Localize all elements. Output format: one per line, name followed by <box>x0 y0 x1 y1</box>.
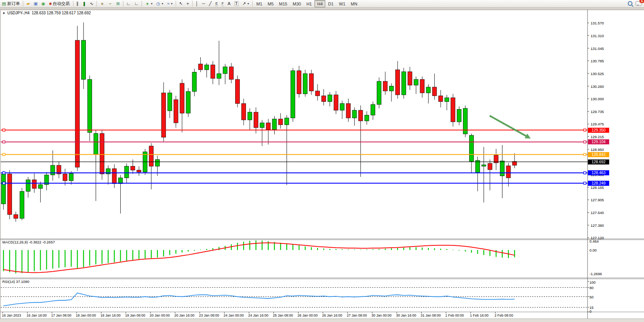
autotrade-button[interactable]: ■ 自动交易 <box>47 0 72 7</box>
status-bar <box>0 319 644 322</box>
template-icon: ≈ <box>167 2 169 6</box>
chart-title: ▼USDJPY-,H4 128.633 128.759 128.617 128.… <box>2 11 91 15</box>
timeframe-button-h1[interactable]: H1 <box>304 0 314 7</box>
zoom-out-icon: － <box>108 2 112 6</box>
timeframe-button-d1[interactable]: D1 <box>325 0 336 7</box>
trendline-icon: ╱ <box>209 2 212 6</box>
cursor-icon: ↖ <box>179 2 183 6</box>
toolbar-separator <box>176 1 176 7</box>
crosshair-icon: + <box>186 2 189 6</box>
gold-chart-button[interactable]: ▰ <box>24 0 31 7</box>
chart-window[interactable] <box>0 10 644 319</box>
horizontal-line-icon: ─ <box>202 2 205 6</box>
toolbar-separator <box>192 1 193 7</box>
autotrade-label: 自动交易 <box>53 1 70 7</box>
zoom-out-button[interactable]: － <box>106 0 114 7</box>
timeframe-button-m30[interactable]: M30 <box>290 0 304 7</box>
notifications-button[interactable]: 1 <box>635 1 642 7</box>
notification-badge: 1 <box>639 0 644 3</box>
candle-chart-button[interactable]: ❚ <box>80 0 88 7</box>
indicator-window-icon: ∟ <box>126 2 131 6</box>
bar-chart-icon: ∥ <box>77 2 79 6</box>
tile-windows-button[interactable]: ⊞ <box>114 0 121 7</box>
label-tool-button[interactable]: T <box>232 0 241 7</box>
hline-tool-button[interactable]: ─ <box>200 0 207 7</box>
remote-terminal-button[interactable]: ▣ <box>32 0 39 7</box>
timeframe-button-m5[interactable]: M5 <box>265 0 276 7</box>
timeframe-button-m1[interactable]: M1 <box>254 0 265 7</box>
new-order-icon: ▤ <box>2 2 6 6</box>
toolbar-separator <box>73 1 73 7</box>
crosshair-tool-button[interactable]: + <box>184 0 191 7</box>
timeframe-button-mn[interactable]: MN <box>348 0 360 7</box>
terminal-icon: ▣ <box>34 2 38 6</box>
zoom-in-button[interactable]: ＋ <box>98 0 106 7</box>
new-order-label: 新订单 <box>7 1 20 7</box>
chevron-down-icon: ▾ <box>171 2 173 5</box>
vline-tool-button[interactable]: │ <box>194 0 200 7</box>
chart-ohlc-values: 128.633 128.759 128.617 128.692 <box>32 11 91 15</box>
fibonacci-icon: F <box>222 2 224 6</box>
text-tool-button[interactable]: A <box>225 0 232 7</box>
indicator-window-button[interactable]: ∟ <box>125 0 133 7</box>
chevron-down-icon: ▾ <box>162 2 163 5</box>
signal-button[interactable]: ◉ <box>39 0 47 7</box>
timeframe-button-w1[interactable]: W1 <box>336 0 348 7</box>
new-order-button[interactable]: ▤ 新订单 <box>0 0 22 7</box>
bar-chart-button[interactable]: ∥ <box>75 0 81 7</box>
toolbar-separator <box>123 1 123 7</box>
timeframe-group: M1M5M15M30H1H4D1W1MN <box>254 0 360 7</box>
chart-symbol-period: USDJPY-,H4 <box>7 11 29 15</box>
text-icon: A <box>227 2 230 6</box>
line-chart-button[interactable]: ∿ <box>88 0 95 7</box>
chevron-down-icon: ▾ <box>151 2 152 5</box>
data-window-button[interactable]: ∟ <box>132 0 140 7</box>
line-chart-icon: ∿ <box>90 2 93 6</box>
collapse-triangle-icon[interactable]: ▼ <box>2 12 5 15</box>
macd-pane-label: MACD(12,26,9) -0.3822 -0.2657 <box>2 240 55 244</box>
zoom-in-icon: ＋ <box>100 2 104 6</box>
search-button[interactable] <box>628 1 632 7</box>
data-window-icon: ∟ <box>134 2 138 6</box>
candle-chart-icon: ❚ <box>82 2 86 6</box>
autotrade-icon: ■ <box>49 2 52 6</box>
add-indicator-icon: ＋ <box>145 2 149 6</box>
arrows-tool-button[interactable]: ↗ ▾ <box>241 0 251 7</box>
toolbar-chart-divider <box>0 8 644 10</box>
add-indicator-button[interactable]: ＋ ▾ <box>143 0 154 7</box>
arrows-icon: ↗ <box>243 2 246 6</box>
trendline-tool-button[interactable]: ╱ <box>207 0 214 7</box>
tile-windows-icon: ⊞ <box>116 2 120 6</box>
signal-icon: ◉ <box>41 2 45 6</box>
chevron-down-icon: ▾ <box>248 2 249 5</box>
clock-icon: ◷ <box>156 2 160 6</box>
search-icon <box>628 1 632 6</box>
periods-button[interactable]: ◷ ▾ <box>154 0 165 7</box>
equidistant-channel-icon: E <box>215 2 218 6</box>
main-toolbar: ▤ 新订单 ▰ ▣ ◉ ■ 自动交易 ∥ ❚ ∿ ＋ － ⊞ ∟ ∟ ＋ ▾ ◷… <box>0 0 644 8</box>
vertical-line-icon: │ <box>196 2 198 6</box>
template-button[interactable]: ≈ ▾ <box>165 0 174 7</box>
timeframe-button-m15[interactable]: M15 <box>276 0 290 7</box>
cursor-tool-button[interactable]: ↖ <box>177 0 184 7</box>
toolbar-separator <box>23 1 23 7</box>
gold-icon: ▰ <box>26 2 29 6</box>
rsi-pane-label: RSI(14) 37.1080 <box>2 279 29 284</box>
channel-tool-button[interactable]: E <box>214 0 220 7</box>
toolbar-separator <box>96 1 97 7</box>
fibonacci-tool-button[interactable]: F <box>220 0 226 7</box>
toolbar-separator <box>252 1 253 7</box>
toolbar-separator <box>142 1 142 7</box>
text-label-icon: T <box>234 1 239 6</box>
timeframe-button-h4[interactable]: H4 <box>314 0 325 7</box>
